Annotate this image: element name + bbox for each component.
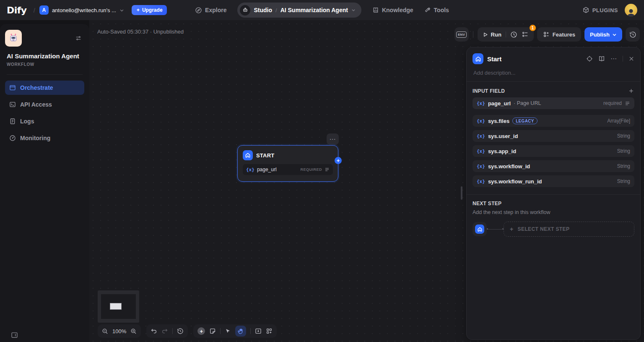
publish-button[interactable]: Publish — [584, 27, 622, 42]
nav-explore[interactable]: Explore — [195, 7, 226, 14]
input-field-row-sys-app-id[interactable]: {x} sys.app_id String — [473, 145, 634, 157]
app-sidebar: AI Summarization Agent WORKFLOW Orchestr… — [0, 24, 89, 342]
required-label: required — [603, 100, 622, 106]
current-app-name[interactable]: AI Summarization Agent — [280, 7, 348, 13]
select-next-step-button[interactable]: + SELECT NEXT STEP — [504, 222, 634, 237]
undo-icon[interactable] — [151, 328, 157, 334]
run-button[interactable]: Run — [483, 31, 501, 38]
edit-field-icon[interactable] — [625, 101, 630, 106]
input-field-row-page-url[interactable]: {x} page_url · Page URL required — [473, 97, 634, 109]
history-controls — [146, 324, 188, 338]
required-badge: REQUIRED — [300, 167, 322, 172]
panel-resize-handle[interactable] — [461, 186, 462, 200]
features-button[interactable]: Features — [537, 27, 581, 42]
more-options-icon[interactable]: ⋯ — [610, 55, 617, 63]
nav-studio-label[interactable]: Studio — [254, 7, 272, 13]
canvas-toolbar: 100% + — [98, 324, 277, 338]
legacy-badge: LEGACY — [512, 117, 537, 124]
toolbar-divider — [473, 31, 473, 38]
plus-icon: + — [510, 226, 514, 232]
panel-divider — [467, 81, 640, 82]
panel-actions: ⋯ — [586, 55, 634, 63]
sidebar-item-monitoring[interactable]: Monitoring — [5, 131, 84, 145]
input-field-row-sys-workflow-id[interactable]: {x} sys.workflow_id String — [473, 160, 634, 172]
dify-workflow-app: Dify / A antonello@writech.run's ... Upg… — [0, 0, 644, 342]
variable-icon: {x} — [477, 149, 485, 154]
next-step-row: + SELECT NEXT STEP — [473, 222, 634, 237]
sparkle-icon — [136, 8, 140, 13]
checklist-icon[interactable] — [522, 31, 529, 38]
app-icon[interactable] — [5, 30, 22, 47]
auto-layout-icon[interactable] — [266, 328, 273, 334]
book-icon — [372, 7, 379, 13]
add-node-button[interactable]: + — [197, 327, 205, 335]
toolbar-divider — [506, 31, 506, 37]
start-node[interactable]: START {x} page_url REQUIRED + — [237, 145, 338, 182]
home-icon — [243, 150, 253, 160]
start-node-header: START — [238, 146, 338, 164]
env-button[interactable]: ENV — [454, 27, 469, 42]
collapse-sidebar-icon[interactable] — [11, 332, 18, 339]
nav-tools[interactable]: Tools — [424, 7, 449, 13]
cube-icon — [582, 7, 589, 14]
add-next-node-button[interactable]: + — [335, 157, 342, 164]
next-step-hint: Add the next step in this workflow — [473, 209, 634, 215]
run-history-icon[interactable] — [510, 31, 517, 38]
app-title: AI Summarization Agent — [5, 52, 84, 60]
workflow-canvas[interactable]: Auto-Saved 05:30:37 · Unpublished ⋯ STAR… — [89, 20, 644, 342]
app-settings-icon[interactable] — [75, 35, 82, 42]
hand-mode-icon[interactable] — [235, 326, 246, 337]
hammer-icon — [424, 7, 431, 13]
zoom-out-icon[interactable] — [102, 328, 108, 334]
input-field-row-sys-files[interactable]: {x} sys.files LEGACY Array[File] — [473, 115, 634, 127]
sidebar-item-logs[interactable]: Logs — [5, 114, 84, 128]
description-input[interactable]: Add description... — [473, 70, 634, 76]
nav-plugins[interactable]: PLUGINS — [582, 7, 618, 14]
upgrade-button[interactable]: Upgrade — [132, 5, 167, 15]
version-history-button[interactable] — [626, 27, 640, 42]
user-avatar[interactable] — [625, 4, 637, 16]
start-node-title: START — [256, 152, 274, 159]
chevron-down-icon[interactable] — [119, 8, 124, 13]
panel-header: Start ⋯ — [473, 53, 634, 64]
export-image-icon[interactable] — [255, 328, 262, 334]
variable-icon: {x} — [477, 118, 485, 124]
topbar-left: Dify / A antonello@writech.run's ... Upg… — [7, 5, 195, 16]
variable-icon: {x} — [477, 101, 485, 106]
change-history-icon[interactable] — [177, 328, 184, 334]
node-variable-row[interactable]: {x} page_url REQUIRED — [243, 164, 333, 175]
sidebar-item-orchestrate[interactable]: Orchestrate — [5, 81, 84, 95]
node-more-button[interactable]: ⋯ — [327, 133, 339, 145]
redo-icon[interactable] — [161, 328, 168, 334]
zoom-controls: 100% — [98, 324, 141, 338]
variable-icon: {x} — [477, 133, 485, 139]
minimap-node — [110, 303, 122, 310]
toolbar-divider — [220, 328, 221, 334]
chevron-down-icon[interactable] — [351, 8, 356, 12]
start-node-chip — [473, 222, 487, 236]
sidebar-item-api-access[interactable]: API Access — [5, 97, 84, 112]
nav-studio-breadcrumb[interactable]: Studio / AI Summarization Agent — [237, 3, 361, 18]
panel-title: Start — [487, 55, 582, 63]
workflow-header-toolbar: ENV Run 1 Feat — [454, 27, 640, 42]
zoom-level[interactable]: 100% — [112, 328, 126, 334]
workspace-avatar[interactable]: A — [39, 5, 49, 15]
features-icon — [543, 31, 550, 38]
docs-icon[interactable] — [598, 55, 605, 62]
close-panel-icon[interactable] — [628, 56, 634, 62]
breadcrumb-slash: / — [34, 7, 35, 14]
zoom-in-icon[interactable] — [130, 328, 137, 334]
input-field-row-sys-user-id[interactable]: {x} sys.user_id String — [473, 130, 634, 142]
input-field-row-sys-workflow-run-id[interactable]: {x} sys.workflow_run_id String — [473, 175, 634, 187]
add-note-icon[interactable] — [209, 328, 216, 334]
locate-node-icon[interactable] — [586, 55, 593, 62]
minimap[interactable] — [98, 290, 139, 323]
align-lines-icon — [325, 167, 330, 172]
nav-knowledge[interactable]: Knowledge — [372, 7, 413, 13]
variable-name: page_url — [257, 167, 298, 172]
dify-logo: Dify — [7, 5, 27, 16]
add-input-field-icon[interactable] — [628, 88, 634, 94]
pointer-mode-icon[interactable] — [225, 328, 231, 334]
variable-icon: {x} — [246, 167, 254, 172]
workspace-name[interactable]: antonello@writech.run's ... — [52, 7, 116, 13]
